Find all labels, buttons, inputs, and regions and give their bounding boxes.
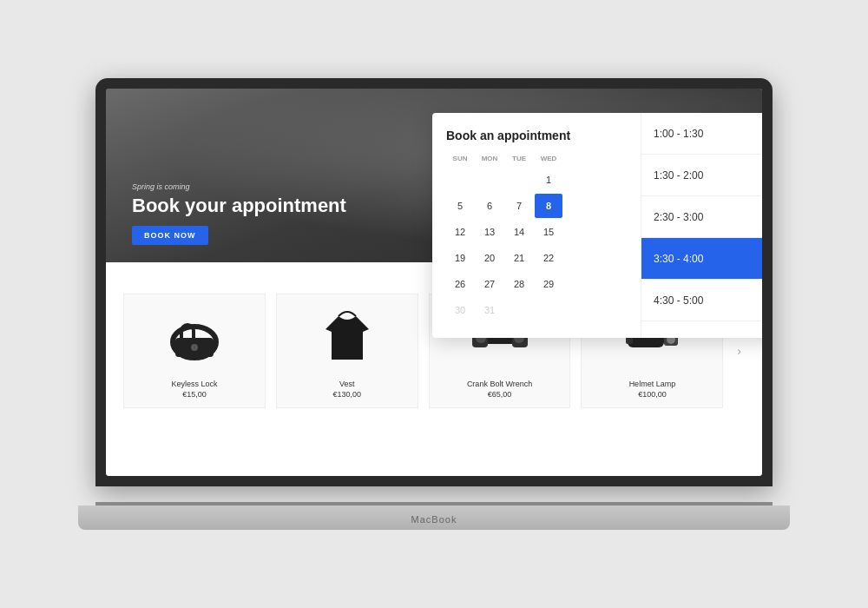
calendar-section: Book an appointment SUN MON TUE WED: [432, 113, 641, 338]
hero-title: Book your appointment: [132, 195, 346, 217]
cal-cell-empty: [505, 168, 533, 192]
svg-point-10: [191, 344, 198, 351]
laptop-screen-border: Spring is coming Book your appointment B…: [95, 78, 773, 486]
cal-row-5: 26 27 28 29: [446, 272, 627, 296]
timeslot-section: 1:00 - 1:30 BOOK 1:30 - 2:00 BOOK 2:30 -…: [641, 113, 762, 338]
cal-cell-empty: [446, 168, 474, 192]
cal-cell-28[interactable]: 28: [505, 272, 533, 296]
cal-row-1: 1: [446, 168, 627, 192]
timeslot-row-3: 3:30 - 4:00 ✓: [641, 238, 762, 280]
cal-cell-empty: [505, 298, 533, 322]
product-name-3: Helmet Lamp: [629, 380, 676, 388]
cal-cell-20[interactable]: 20: [476, 246, 503, 270]
cal-row-6: 30 31: [446, 298, 627, 322]
calendar-grid: 1 5 6 7 8 12 13 14: [446, 168, 627, 322]
panel-title: Book an appointment: [446, 129, 627, 142]
cal-row-3: 12 13 14 15: [446, 220, 627, 244]
product-name-1: Vest: [339, 380, 355, 388]
timeslot-time-3: 3:30 - 4:00: [654, 253, 762, 265]
day-header-mon: MON: [476, 155, 503, 162]
cal-cell-15[interactable]: 15: [535, 220, 562, 244]
cal-cell-5[interactable]: 5: [446, 194, 474, 218]
product-price-1: €130,00: [332, 390, 361, 399]
hero-content: Spring is coming Book your appointment B…: [132, 182, 346, 245]
calendar-header: SUN MON TUE WED: [446, 155, 627, 162]
cal-cell-21[interactable]: 21: [505, 246, 533, 270]
product-name-2: Crank Bolt Wrench: [467, 380, 532, 388]
hero-subtitle: Spring is coming: [132, 182, 346, 191]
cal-cell-empty: [476, 168, 503, 192]
cal-row-2: 5 6 7 8: [446, 194, 627, 218]
timeslot-time-4: 4:30 - 5:00: [654, 294, 762, 307]
timeslot-time-0: 1:00 - 1:30: [654, 128, 762, 140]
timeslot-row-1: 1:30 - 2:00 BOOK: [641, 155, 762, 196]
product-image-0: [155, 303, 233, 373]
macbook-label: MacBook: [411, 514, 457, 525]
scroll-right-arrow[interactable]: ›: [733, 344, 745, 358]
timeslot-time-1: 1:30 - 2:00: [654, 169, 762, 182]
cal-cell-29[interactable]: 29: [535, 272, 562, 296]
cal-cell-19[interactable]: 19: [446, 246, 474, 270]
cal-cell-30[interactable]: 30: [446, 298, 474, 322]
cal-cell-13[interactable]: 13: [476, 220, 503, 244]
product-price-3: €100,00: [638, 390, 667, 399]
cal-cell-26[interactable]: 26: [446, 272, 474, 296]
product-price-2: €65,00: [488, 390, 512, 399]
timeslot-row-2: 2:30 - 3:00 BOOK: [641, 196, 762, 238]
cal-cell-31[interactable]: 31: [476, 298, 503, 322]
appointment-panel: Book an appointment SUN MON TUE WED: [432, 113, 762, 338]
day-header-sun: SUN: [446, 155, 474, 162]
day-header-tue: TUE: [505, 155, 533, 162]
cal-cell-8[interactable]: 8: [535, 194, 562, 218]
laptop: Spring is coming Book your appointment B…: [95, 78, 773, 530]
product-price-0: €15,00: [182, 390, 207, 399]
timeslot-row-4: 4:30 - 5:00 BOOK: [641, 280, 762, 321]
timeslot-row-0: 1:00 - 1:30 BOOK: [641, 113, 762, 155]
cal-cell-14[interactable]: 14: [505, 220, 533, 244]
laptop-screen: Spring is coming Book your appointment B…: [106, 89, 762, 476]
cal-cell-6[interactable]: 6: [476, 194, 503, 218]
cal-cell-empty: [535, 298, 562, 322]
cal-cell-1[interactable]: 1: [535, 168, 562, 192]
product-name-0: Keyless Lock: [171, 380, 217, 388]
cal-cell-7[interactable]: 7: [505, 194, 533, 218]
cal-cell-12[interactable]: 12: [446, 220, 474, 244]
cal-row-4: 19 20 21 22: [446, 246, 627, 270]
product-card-0[interactable]: Keyless Lock €15,00: [123, 294, 266, 408]
timeslot-time-2: 2:30 - 3:00: [654, 211, 762, 223]
product-image-1: [308, 303, 386, 373]
cal-cell-27[interactable]: 27: [476, 272, 503, 296]
cal-cell-22[interactable]: 22: [535, 246, 562, 270]
book-now-button[interactable]: BOOK NOW: [132, 226, 208, 245]
day-header-wed: WED: [535, 155, 562, 162]
laptop-base: MacBook: [78, 506, 790, 530]
product-card-1[interactable]: Vest €130,00: [276, 294, 418, 408]
